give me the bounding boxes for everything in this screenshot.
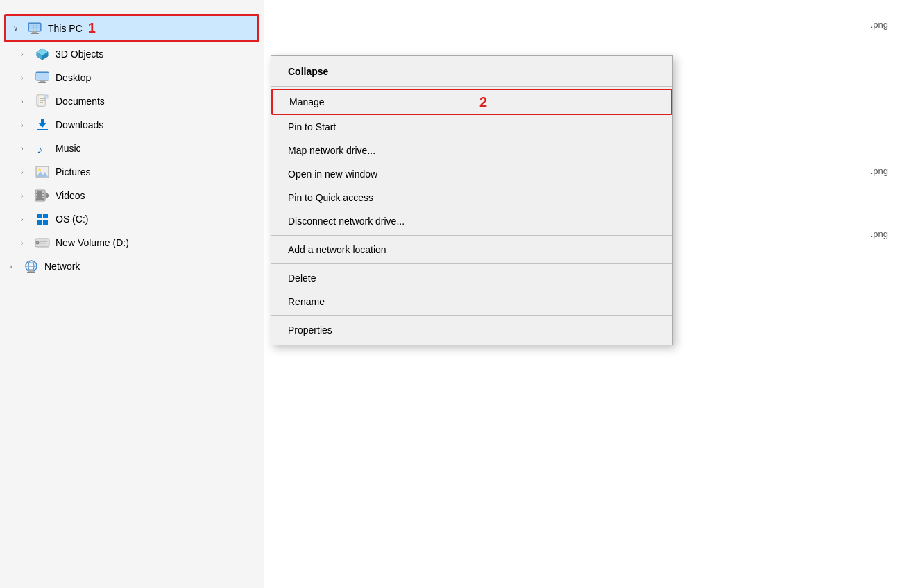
- svg-rect-21: [45, 95, 48, 98]
- svg-rect-41: [37, 220, 42, 225]
- context-menu-item-pin-quick[interactable]: Pin to Quick access: [271, 186, 672, 209]
- sidebar-item-new-volume-label: New Volume (D:): [56, 237, 129, 248]
- svg-rect-40: [43, 214, 48, 218]
- annotation-1: 1: [88, 20, 96, 36]
- context-menu-item-add-network[interactable]: Add a network location: [271, 238, 672, 261]
- annotation-2: 2: [479, 94, 487, 110]
- open-new-window-label: Open in new window: [288, 168, 377, 180]
- context-menu-item-manage[interactable]: Manage 2: [271, 89, 672, 115]
- sidebar-item-this-pc-label: This PC: [48, 23, 83, 34]
- file-item-3: .png: [871, 223, 888, 245]
- properties-label: Properties: [288, 325, 332, 336]
- sidebar-item-network-label: Network: [44, 261, 80, 272]
- sidebar-item-new-volume-d[interactable]: › New Volume (D:): [0, 231, 264, 254]
- tree-arrow-new-volume: ›: [21, 239, 32, 247]
- svg-rect-15: [38, 82, 46, 83]
- os-c-icon: [35, 211, 50, 227]
- documents-icon: [35, 94, 50, 109]
- svg-rect-14: [40, 80, 45, 82]
- svg-rect-46: [40, 241, 47, 242]
- new-volume-icon: [35, 235, 50, 250]
- svg-rect-37: [42, 197, 44, 198]
- sidebar-item-os-c[interactable]: › OS (C:): [0, 207, 264, 231]
- sidebar-item-this-pc[interactable]: ∨ This PC 1: [4, 14, 259, 42]
- svg-rect-33: [36, 194, 37, 196]
- disconnect-network-label: Disconnect network drive...: [288, 216, 405, 227]
- sidebar-item-3d-label: 3D Objects: [56, 49, 103, 60]
- collapse-label: Collapse: [288, 66, 328, 77]
- sidebar-item-documents-label: Documents: [56, 96, 105, 107]
- file-item-1: .png: [871, 14, 888, 35]
- svg-rect-54: [27, 272, 35, 273]
- svg-rect-35: [42, 191, 44, 193]
- svg-point-29: [38, 168, 41, 171]
- tree-arrow-network: ›: [10, 263, 21, 270]
- svg-rect-24: [37, 129, 48, 130]
- separator-1: [271, 86, 672, 87]
- tree-arrow-3d: ›: [21, 51, 32, 58]
- context-menu-item-delete[interactable]: Delete: [271, 266, 672, 290]
- rename-label: Rename: [288, 296, 325, 307]
- add-network-label: Add a network location: [288, 244, 386, 255]
- separator-4: [271, 315, 672, 316]
- tree-arrow-videos: ›: [21, 192, 32, 200]
- sidebar-item-os-c-label: OS (C:): [56, 214, 88, 225]
- svg-marker-38: [46, 192, 49, 199]
- sidebar-item-documents[interactable]: › Documents: [0, 89, 264, 113]
- pictures-icon: [35, 164, 50, 180]
- downloads-icon: [35, 117, 50, 132]
- pin-start-label: Pin to Start: [288, 121, 336, 132]
- tree-arrow-this-pc: ∨: [13, 24, 24, 32]
- sidebar-item-desktop-label: Desktop: [56, 72, 91, 83]
- tree-arrow-documents: ›: [21, 98, 32, 105]
- sidebar-item-desktop[interactable]: › Desktop: [0, 66, 264, 89]
- sidebar-item-pictures[interactable]: › Pictures: [0, 160, 264, 184]
- sidebar-item-music[interactable]: › ♪ Music: [0, 137, 264, 160]
- context-menu-item-open-new-window[interactable]: Open in new window: [271, 162, 672, 186]
- content-files: .png .png .png: [871, 14, 888, 245]
- sidebar-item-network[interactable]: › Network: [0, 254, 264, 278]
- context-menu-item-map-network[interactable]: Map network drive...: [271, 139, 672, 162]
- map-network-label: Map network drive...: [288, 145, 375, 156]
- sidebar-item-downloads[interactable]: › Downloads: [0, 113, 264, 137]
- this-pc-icon: [27, 21, 42, 36]
- network-icon: [24, 259, 39, 274]
- svg-text:♪: ♪: [37, 144, 42, 155]
- svg-point-45: [37, 242, 38, 243]
- svg-rect-32: [36, 191, 37, 193]
- delete-label: Delete: [288, 273, 316, 284]
- context-menu-item-collapse[interactable]: Collapse: [271, 59, 672, 84]
- file-item-2: .png: [871, 160, 888, 182]
- music-icon: ♪: [35, 141, 50, 156]
- context-menu-item-properties[interactable]: Properties: [271, 318, 672, 342]
- tree-panel: ∨ This PC 1 ›: [0, 0, 264, 588]
- tree-arrow-os-c: ›: [21, 216, 32, 223]
- sidebar-item-music-label: Music: [56, 143, 81, 154]
- separator-3: [271, 263, 672, 264]
- svg-rect-2: [31, 33, 39, 34]
- svg-rect-3: [29, 24, 40, 31]
- context-menu: Collapse Manage 2 Pin to Start Map netwo…: [271, 55, 673, 345]
- tree-arrow-music: ›: [21, 145, 32, 153]
- svg-rect-1: [32, 31, 37, 33]
- tree-arrow-desktop: ›: [21, 74, 32, 82]
- tree-arrow-pictures: ›: [21, 168, 32, 176]
- sidebar-item-pictures-label: Pictures: [56, 166, 91, 178]
- context-menu-item-disconnect-network[interactable]: Disconnect network drive...: [271, 209, 672, 233]
- context-menu-item-rename[interactable]: Rename: [271, 290, 672, 313]
- svg-rect-39: [37, 214, 42, 218]
- sidebar-item-videos[interactable]: › Videos: [0, 184, 264, 207]
- tree-arrow-downloads: ›: [21, 121, 32, 129]
- context-menu-item-pin-start[interactable]: Pin to Start: [271, 115, 672, 139]
- svg-rect-23: [41, 119, 44, 124]
- videos-icon: [35, 188, 50, 203]
- svg-rect-47: [40, 243, 45, 244]
- 3d-objects-icon: [35, 46, 50, 62]
- svg-rect-36: [42, 194, 44, 196]
- manage-label: Manage: [289, 96, 325, 107]
- svg-rect-42: [43, 220, 48, 225]
- sidebar-item-3d-objects[interactable]: › 3D Objects: [0, 42, 264, 66]
- separator-2: [271, 235, 672, 236]
- desktop-icon: [35, 70, 50, 85]
- svg-rect-34: [36, 197, 37, 198]
